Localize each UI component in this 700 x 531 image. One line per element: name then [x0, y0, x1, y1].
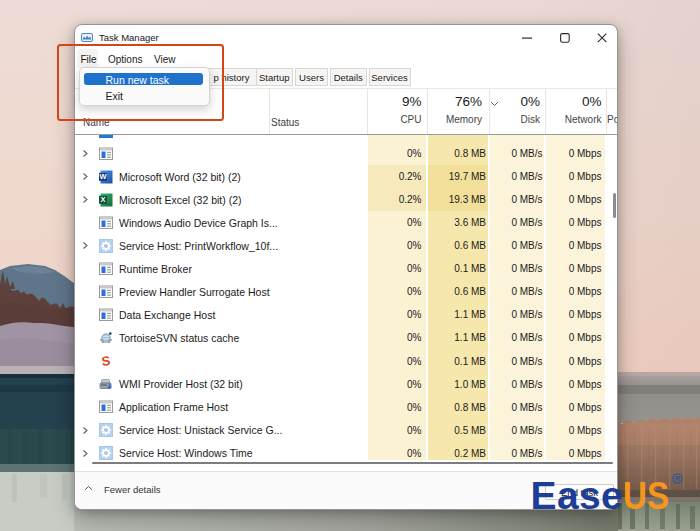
- svg-text:R: R: [675, 475, 680, 482]
- svg-text:S: S: [101, 354, 112, 368]
- svg-text:X: X: [100, 195, 105, 204]
- svg-text:W: W: [99, 172, 107, 181]
